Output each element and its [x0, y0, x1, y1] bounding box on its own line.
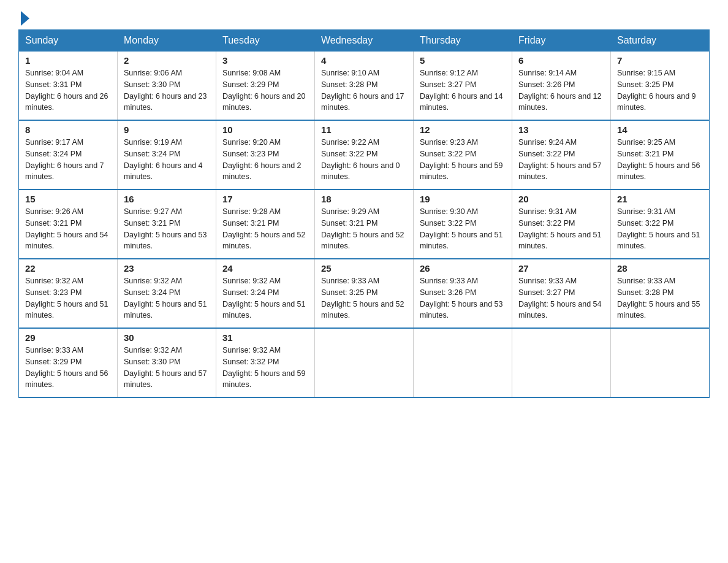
header-friday: Friday [512, 30, 611, 52]
day-info: Sunrise: 9:24 AMSunset: 3:22 PMDaylight:… [518, 137, 604, 183]
day-number: 23 [124, 263, 210, 274]
day-info: Sunrise: 9:15 AMSunset: 3:25 PMDaylight:… [617, 67, 703, 113]
day-number: 14 [617, 124, 703, 135]
day-info: Sunrise: 9:31 AMSunset: 3:22 PMDaylight:… [617, 206, 703, 252]
logo [18, 12, 29, 23]
calendar-cell: 8Sunrise: 9:17 AMSunset: 3:24 PMDaylight… [19, 120, 118, 190]
calendar-cell: 29Sunrise: 9:33 AMSunset: 3:29 PMDayligh… [19, 328, 118, 397]
day-number: 27 [518, 263, 604, 274]
day-info: Sunrise: 9:30 AMSunset: 3:22 PMDaylight:… [420, 206, 506, 252]
calendar-cell: 23Sunrise: 9:32 AMSunset: 3:24 PMDayligh… [118, 259, 216, 328]
calendar-week-row: 8Sunrise: 9:17 AMSunset: 3:24 PMDaylight… [19, 120, 710, 190]
day-info: Sunrise: 9:17 AMSunset: 3:24 PMDaylight:… [25, 137, 111, 183]
day-number: 13 [518, 124, 604, 135]
calendar-cell: 7Sunrise: 9:15 AMSunset: 3:25 PMDaylight… [611, 52, 710, 121]
header-monday: Monday [118, 30, 216, 52]
header-tuesday: Tuesday [216, 30, 315, 52]
header-thursday: Thursday [414, 30, 512, 52]
calendar-cell [414, 328, 512, 397]
day-info: Sunrise: 9:04 AMSunset: 3:31 PMDaylight:… [25, 67, 111, 113]
day-number: 8 [25, 124, 111, 135]
day-info: Sunrise: 9:33 AMSunset: 3:25 PMDaylight:… [321, 275, 407, 321]
day-info: Sunrise: 9:08 AMSunset: 3:29 PMDaylight:… [222, 67, 308, 113]
day-number: 6 [518, 55, 604, 66]
calendar-cell: 25Sunrise: 9:33 AMSunset: 3:25 PMDayligh… [315, 259, 414, 328]
day-info: Sunrise: 9:06 AMSunset: 3:30 PMDaylight:… [124, 67, 210, 113]
calendar-cell: 6Sunrise: 9:14 AMSunset: 3:26 PMDaylight… [512, 52, 611, 121]
calendar-week-row: 29Sunrise: 9:33 AMSunset: 3:29 PMDayligh… [19, 328, 710, 397]
calendar-cell: 1Sunrise: 9:04 AMSunset: 3:31 PMDaylight… [19, 52, 118, 121]
page-header [18, 12, 710, 23]
day-number: 16 [124, 194, 210, 204]
logo-arrow-icon [21, 11, 29, 26]
calendar-cell: 11Sunrise: 9:22 AMSunset: 3:22 PMDayligh… [315, 120, 414, 190]
day-info: Sunrise: 9:23 AMSunset: 3:22 PMDaylight:… [420, 137, 506, 183]
calendar-cell: 12Sunrise: 9:23 AMSunset: 3:22 PMDayligh… [414, 120, 512, 190]
day-number: 15 [25, 194, 111, 204]
day-info: Sunrise: 9:32 AMSunset: 3:24 PMDaylight:… [124, 275, 210, 321]
day-info: Sunrise: 9:14 AMSunset: 3:26 PMDaylight:… [518, 67, 604, 113]
day-number: 1 [25, 55, 111, 66]
day-info: Sunrise: 9:31 AMSunset: 3:22 PMDaylight:… [518, 206, 604, 252]
calendar-week-row: 22Sunrise: 9:32 AMSunset: 3:23 PMDayligh… [19, 259, 710, 328]
day-number: 24 [222, 263, 308, 274]
day-number: 19 [420, 194, 506, 204]
calendar-cell [315, 328, 414, 397]
day-info: Sunrise: 9:32 AMSunset: 3:23 PMDaylight:… [25, 275, 111, 321]
day-info: Sunrise: 9:32 AMSunset: 3:30 PMDaylight:… [124, 345, 210, 391]
day-info: Sunrise: 9:32 AMSunset: 3:24 PMDaylight:… [222, 275, 308, 321]
calendar-cell: 26Sunrise: 9:33 AMSunset: 3:26 PMDayligh… [414, 259, 512, 328]
calendar-cell: 19Sunrise: 9:30 AMSunset: 3:22 PMDayligh… [414, 190, 512, 259]
day-number: 30 [124, 332, 210, 343]
day-number: 10 [222, 124, 308, 135]
day-info: Sunrise: 9:19 AMSunset: 3:24 PMDaylight:… [124, 137, 210, 183]
day-number: 7 [617, 55, 703, 66]
calendar-cell: 17Sunrise: 9:28 AMSunset: 3:21 PMDayligh… [216, 190, 315, 259]
day-info: Sunrise: 9:10 AMSunset: 3:28 PMDaylight:… [321, 67, 407, 113]
calendar-cell: 16Sunrise: 9:27 AMSunset: 3:21 PMDayligh… [118, 190, 216, 259]
day-info: Sunrise: 9:32 AMSunset: 3:32 PMDaylight:… [222, 345, 308, 391]
day-info: Sunrise: 9:33 AMSunset: 3:28 PMDaylight:… [617, 275, 703, 321]
day-info: Sunrise: 9:28 AMSunset: 3:21 PMDaylight:… [222, 206, 308, 252]
calendar-cell: 2Sunrise: 9:06 AMSunset: 3:30 PMDaylight… [118, 52, 216, 121]
calendar-cell: 4Sunrise: 9:10 AMSunset: 3:28 PMDaylight… [315, 52, 414, 121]
day-number: 29 [25, 332, 111, 343]
calendar-cell [512, 328, 611, 397]
day-number: 3 [222, 55, 308, 66]
calendar-cell: 28Sunrise: 9:33 AMSunset: 3:28 PMDayligh… [611, 259, 710, 328]
day-info: Sunrise: 9:29 AMSunset: 3:21 PMDaylight:… [321, 206, 407, 252]
calendar-cell: 9Sunrise: 9:19 AMSunset: 3:24 PMDaylight… [118, 120, 216, 190]
calendar-cell: 30Sunrise: 9:32 AMSunset: 3:30 PMDayligh… [118, 328, 216, 397]
calendar-cell: 18Sunrise: 9:29 AMSunset: 3:21 PMDayligh… [315, 190, 414, 259]
header-saturday: Saturday [611, 30, 710, 52]
header-sunday: Sunday [19, 30, 118, 52]
day-number: 4 [321, 55, 407, 66]
calendar-week-row: 1Sunrise: 9:04 AMSunset: 3:31 PMDaylight… [19, 52, 710, 121]
day-info: Sunrise: 9:33 AMSunset: 3:27 PMDaylight:… [518, 275, 604, 321]
calendar-cell: 5Sunrise: 9:12 AMSunset: 3:27 PMDaylight… [414, 52, 512, 121]
day-number: 5 [420, 55, 506, 66]
day-info: Sunrise: 9:27 AMSunset: 3:21 PMDaylight:… [124, 206, 210, 252]
day-number: 21 [617, 194, 703, 204]
calendar-cell: 24Sunrise: 9:32 AMSunset: 3:24 PMDayligh… [216, 259, 315, 328]
day-number: 26 [420, 263, 506, 274]
calendar-cell: 27Sunrise: 9:33 AMSunset: 3:27 PMDayligh… [512, 259, 611, 328]
header-wednesday: Wednesday [315, 30, 414, 52]
day-number: 28 [617, 263, 703, 274]
day-number: 25 [321, 263, 407, 274]
day-number: 20 [518, 194, 604, 204]
calendar-cell [611, 328, 710, 397]
day-number: 17 [222, 194, 308, 204]
calendar-cell: 21Sunrise: 9:31 AMSunset: 3:22 PMDayligh… [611, 190, 710, 259]
calendar-week-row: 15Sunrise: 9:26 AMSunset: 3:21 PMDayligh… [19, 190, 710, 259]
day-number: 22 [25, 263, 111, 274]
calendar-cell: 14Sunrise: 9:25 AMSunset: 3:21 PMDayligh… [611, 120, 710, 190]
calendar-cell: 15Sunrise: 9:26 AMSunset: 3:21 PMDayligh… [19, 190, 118, 259]
day-number: 11 [321, 124, 407, 135]
calendar-cell: 22Sunrise: 9:32 AMSunset: 3:23 PMDayligh… [19, 259, 118, 328]
calendar-table: SundayMondayTuesdayWednesdayThursdayFrid… [18, 29, 710, 398]
calendar-cell: 3Sunrise: 9:08 AMSunset: 3:29 PMDaylight… [216, 52, 315, 121]
day-info: Sunrise: 9:33 AMSunset: 3:29 PMDaylight:… [25, 345, 111, 391]
day-info: Sunrise: 9:26 AMSunset: 3:21 PMDaylight:… [25, 206, 111, 252]
day-info: Sunrise: 9:12 AMSunset: 3:27 PMDaylight:… [420, 67, 506, 113]
